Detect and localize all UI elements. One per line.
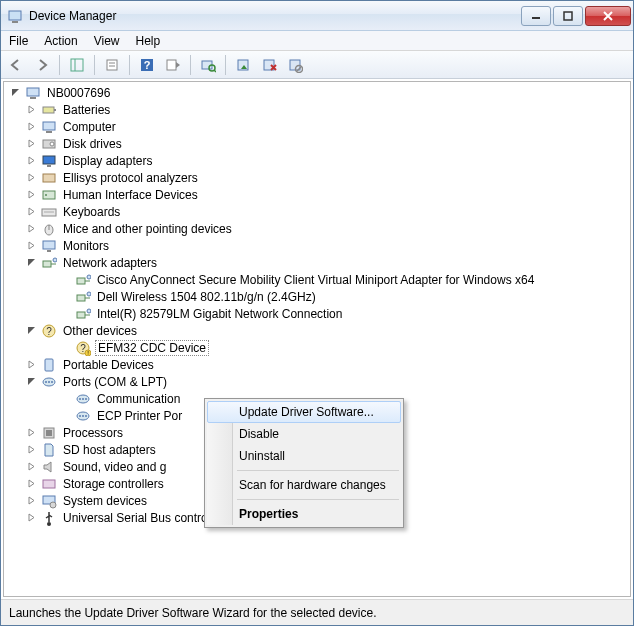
svg-point-42 [87,275,91,279]
svg-rect-38 [47,250,51,252]
tree-category-label: Keyboards [61,205,122,219]
tree-category[interactable]: Monitors [6,237,630,254]
tree-category[interactable]: Keyboards [6,203,630,220]
tree-category-label: Monitors [61,239,111,253]
collapse-icon[interactable] [26,376,37,387]
tree-category-label: System devices [61,494,149,508]
show-hide-tree-button[interactable] [66,54,88,76]
collapse-icon[interactable] [10,87,21,98]
tree-category[interactable]: ?Other devices [6,322,630,339]
expand-icon[interactable] [26,240,37,251]
expand-icon[interactable] [26,172,37,183]
tree-category[interactable]: Batteries [6,101,630,118]
menu-view[interactable]: View [94,34,120,48]
svg-point-40 [53,258,57,262]
tree-category-label: Human Interface Devices [61,188,200,202]
disable-button[interactable] [284,54,306,76]
close-button[interactable] [585,6,631,26]
svg-text:?: ? [46,326,52,337]
svg-point-46 [87,309,91,313]
device-manager-window: Device Manager File Action View Help ? N… [0,0,634,626]
tree-category[interactable]: Portable Devices [6,356,630,373]
expand-icon[interactable] [26,189,37,200]
svg-line-14 [214,70,216,72]
tree-root[interactable]: NB0007696 [6,84,630,101]
expand-icon[interactable] [26,444,37,455]
titlebar[interactable]: Device Manager [1,1,633,31]
battery-icon [41,102,57,118]
app-icon [7,8,23,24]
computer-icon [41,119,57,135]
expand-icon[interactable] [26,495,37,506]
help-button[interactable]: ? [136,54,158,76]
tree-category[interactable]: Disk drives [6,135,630,152]
forward-button[interactable] [31,54,53,76]
expand-icon[interactable] [26,427,37,438]
svg-rect-29 [47,165,51,167]
tree-category-label: Network adapters [61,256,159,270]
tree-device[interactable]: ?!EFM32 CDC Device [6,339,630,356]
tree-device[interactable]: Intel(R) 82579LM Gigabit Network Connect… [6,305,630,322]
svg-point-60 [82,398,84,400]
cpu-icon [41,425,57,441]
minimize-button[interactable] [521,6,551,26]
expand-icon[interactable] [26,512,37,523]
context-menu-item[interactable]: Uninstall [207,445,401,467]
network-icon [75,306,91,322]
properties-button[interactable] [101,54,123,76]
menu-file[interactable]: File [9,34,28,48]
expand-icon[interactable] [26,206,37,217]
expand-icon[interactable] [26,359,37,370]
tree-device[interactable]: Cisco AnyConnect Secure Mobility Client … [6,271,630,288]
tree-category[interactable]: Network adapters [6,254,630,271]
uninstall-button[interactable] [258,54,280,76]
svg-rect-30 [43,174,55,182]
tree-category[interactable]: Mice and other pointing devices [6,220,630,237]
back-button[interactable] [5,54,27,76]
maximize-button[interactable] [553,6,583,26]
context-menu-item[interactable]: Scan for hardware changes [207,474,401,496]
svg-point-64 [82,415,84,417]
svg-point-59 [79,398,81,400]
svg-rect-31 [43,191,55,199]
expand-icon[interactable] [26,223,37,234]
action-button[interactable] [162,54,184,76]
svg-rect-39 [43,261,51,267]
svg-rect-37 [43,241,55,249]
tree-category[interactable]: Display adapters [6,152,630,169]
menu-help[interactable]: Help [136,34,161,48]
svg-rect-22 [43,107,54,113]
context-menu-item[interactable]: Disable [207,423,401,445]
svg-rect-20 [27,88,39,96]
collapse-icon[interactable] [26,325,37,336]
update-driver-button[interactable] [232,54,254,76]
tree-category[interactable]: Computer [6,118,630,135]
expand-icon[interactable] [26,155,37,166]
tree-category-label: Processors [61,426,125,440]
network-icon [75,289,91,305]
tree-category-label: Computer [61,120,118,134]
expand-icon[interactable] [26,138,37,149]
expand-icon[interactable] [26,478,37,489]
expand-icon[interactable] [26,121,37,132]
context-menu-item[interactable]: Properties [207,503,401,525]
menu-action[interactable]: Action [44,34,77,48]
expand-icon[interactable] [26,104,37,115]
svg-point-27 [50,142,54,146]
tree-category-label: Mice and other pointing devices [61,222,234,236]
collapse-icon[interactable] [26,257,37,268]
portable-icon [41,357,57,373]
scan-hardware-button[interactable] [197,54,219,76]
tree-root-label: NB0007696 [45,86,112,100]
network-icon [41,255,57,271]
tree-category-label: Storage controllers [61,477,166,491]
tree-category[interactable]: Ellisys protocol analyzers [6,169,630,186]
expand-icon[interactable] [26,461,37,472]
context-menu-item[interactable]: Update Driver Software... [207,401,401,423]
tree-device[interactable]: Dell Wireless 1504 802.11b/g/n (2.4GHz) [6,288,630,305]
tree-category-label: Ports (COM & LPT) [61,375,169,389]
network-icon [75,272,91,288]
tree-category[interactable]: Ports (COM & LPT) [6,373,630,390]
svg-rect-21 [30,97,36,99]
tree-category[interactable]: Human Interface Devices [6,186,630,203]
